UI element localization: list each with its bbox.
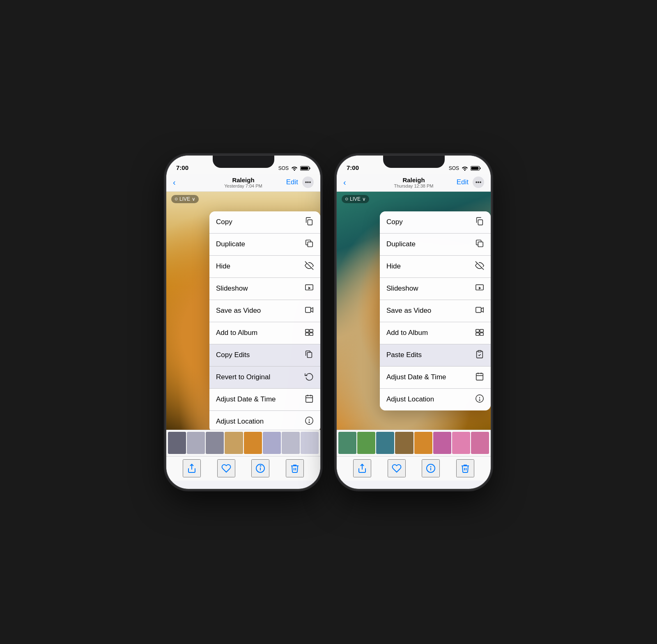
wifi-icon-right bbox=[462, 166, 468, 171]
thumb-8-left[interactable] bbox=[301, 432, 319, 454]
menu-item-copy-left[interactable]: Copy bbox=[209, 211, 320, 234]
live-icon-left: ⊙ bbox=[175, 197, 178, 201]
nav-title-right: Raleigh bbox=[394, 176, 434, 183]
menu-label-revert-left: Revert to Original bbox=[216, 373, 270, 381]
revert-icon-left bbox=[305, 372, 314, 383]
menu-item-location-left[interactable]: Adjust Location bbox=[209, 411, 320, 430]
menu-item-hide-left[interactable]: Hide bbox=[209, 256, 320, 278]
svg-rect-31 bbox=[478, 242, 483, 247]
nav-subtitle-right: Thursday 12:38 PM bbox=[394, 183, 434, 188]
thumb-2-right[interactable] bbox=[357, 432, 375, 454]
svg-rect-29 bbox=[478, 220, 482, 225]
copyedits-icon-left bbox=[305, 350, 314, 361]
menu-item-location-right[interactable]: Adjust Location bbox=[380, 389, 491, 410]
photo-container-left: ⊙ LIVE ∨ Copy bbox=[166, 192, 320, 430]
copy-icon-left bbox=[305, 217, 314, 228]
live-badge-left[interactable]: ⊙ LIVE ∨ bbox=[171, 195, 199, 203]
svg-rect-12 bbox=[310, 329, 313, 332]
phone-left: 7:00 SOS ‹ bbox=[166, 156, 320, 489]
thumb-7-right[interactable] bbox=[452, 432, 470, 454]
svg-marker-10 bbox=[311, 307, 313, 312]
thumb-4-left[interactable] bbox=[225, 432, 243, 454]
thumb-1-left[interactable] bbox=[168, 432, 186, 454]
thumb-1-right[interactable] bbox=[338, 432, 356, 454]
svg-rect-28 bbox=[471, 167, 479, 170]
menu-label-duplicate-right: Duplicate bbox=[386, 240, 416, 248]
menu-item-hide-right[interactable]: Hide bbox=[380, 256, 491, 278]
svg-rect-15 bbox=[307, 352, 312, 358]
nav-title-left: Raleigh bbox=[224, 176, 262, 183]
svg-marker-34 bbox=[479, 286, 481, 289]
menu-item-duplicate-right[interactable]: Duplicate bbox=[380, 234, 491, 256]
svg-rect-9 bbox=[306, 307, 311, 312]
thumb-5-right[interactable] bbox=[414, 432, 432, 454]
live-chevron-right: ∨ bbox=[362, 196, 366, 202]
share-button-right[interactable] bbox=[353, 459, 371, 477]
phone-right: 7:00 SOS ‹ bbox=[337, 156, 491, 489]
menu-item-datetime-right[interactable]: Adjust Date & Time bbox=[380, 367, 491, 389]
menu-item-savevideo-right[interactable]: Save as Video bbox=[380, 300, 491, 322]
live-badge-right[interactable]: ⊙ LIVE ∨ bbox=[342, 195, 369, 203]
thumb-2-left[interactable] bbox=[187, 432, 205, 454]
menu-label-datetime-right: Adjust Date & Time bbox=[386, 373, 446, 381]
back-chevron-right: ‹ bbox=[343, 178, 346, 186]
menu-item-slideshow-right[interactable]: Slideshow bbox=[380, 278, 491, 300]
menu-item-duplicate-left[interactable]: Duplicate bbox=[209, 234, 320, 256]
nav-right-left: Edit ••• bbox=[286, 176, 314, 188]
battery-icon-left bbox=[300, 166, 310, 171]
back-button-left[interactable]: ‹ bbox=[173, 178, 176, 186]
menu-label-location-right: Adjust Location bbox=[386, 395, 434, 403]
menu-item-album-left[interactable]: Add to Album bbox=[209, 322, 320, 344]
phones-container: 7:00 SOS ‹ bbox=[166, 156, 491, 489]
thumb-6-left[interactable] bbox=[263, 432, 281, 454]
menu-label-datetime-left: Adjust Date & Time bbox=[216, 395, 276, 403]
svg-rect-27 bbox=[480, 167, 481, 169]
info-button-left[interactable] bbox=[251, 459, 269, 477]
edit-button-left[interactable]: Edit bbox=[286, 178, 298, 186]
album-icon-left bbox=[305, 328, 314, 339]
notch-right bbox=[383, 156, 445, 168]
trash-button-left[interactable] bbox=[286, 459, 304, 477]
svg-rect-2 bbox=[301, 167, 308, 170]
svg-rect-3 bbox=[308, 220, 312, 225]
thumb-5-left[interactable] bbox=[244, 432, 262, 454]
share-button-left[interactable] bbox=[183, 459, 201, 477]
more-button-right[interactable]: ••• bbox=[473, 176, 484, 188]
thumb-4-right[interactable] bbox=[395, 432, 413, 454]
menu-item-album-right[interactable]: Add to Album bbox=[380, 322, 491, 344]
trash-button-right[interactable] bbox=[456, 459, 474, 477]
hide-icon-left bbox=[305, 261, 314, 272]
menu-item-revert-left[interactable]: Revert to Original bbox=[209, 367, 320, 389]
menu-item-savevideo-left[interactable]: Save as Video bbox=[209, 300, 320, 322]
info-button-right[interactable] bbox=[422, 459, 440, 477]
thumb-3-left[interactable] bbox=[206, 432, 224, 454]
copy-icon-right bbox=[475, 217, 484, 228]
heart-button-left[interactable] bbox=[217, 459, 235, 477]
more-button-left[interactable]: ••• bbox=[302, 176, 314, 188]
menu-item-datetime-left[interactable]: Adjust Date & Time bbox=[209, 389, 320, 411]
nav-center-left: Raleigh Yesterday 7:04 PM bbox=[224, 176, 262, 188]
menu-item-copyedits-left[interactable]: Copy Edits bbox=[209, 344, 320, 367]
svg-rect-11 bbox=[306, 329, 309, 332]
menu-label-album-right: Add to Album bbox=[386, 329, 428, 337]
heart-button-right[interactable] bbox=[388, 459, 406, 477]
menu-label-location-left: Adjust Location bbox=[216, 417, 264, 426]
svg-rect-42 bbox=[476, 373, 483, 380]
thumb-6-right[interactable] bbox=[433, 432, 451, 454]
menu-label-slideshow-left: Slideshow bbox=[216, 284, 248, 293]
menu-item-copy-right[interactable]: Copy bbox=[380, 211, 491, 234]
edit-button-right[interactable]: Edit bbox=[457, 178, 469, 186]
menu-label-duplicate-left: Duplicate bbox=[216, 240, 245, 248]
live-label-right: LIVE bbox=[350, 196, 361, 202]
thumb-8-right[interactable] bbox=[471, 432, 489, 454]
nav-bar-left: ‹ Raleigh Yesterday 7:04 PM Edit ••• bbox=[166, 174, 320, 192]
thumb-7-left[interactable] bbox=[282, 432, 300, 454]
thumb-3-right[interactable] bbox=[376, 432, 394, 454]
screen-right: 7:00 SOS ‹ bbox=[337, 156, 491, 489]
back-button-right[interactable]: ‹ bbox=[343, 178, 346, 186]
savevideo-icon-left bbox=[305, 305, 314, 316]
menu-item-pasteedits-right[interactable]: Paste Edits bbox=[380, 344, 491, 367]
status-time-right: 7:00 bbox=[347, 164, 359, 171]
svg-rect-39 bbox=[476, 332, 479, 335]
menu-item-slideshow-left[interactable]: Slideshow bbox=[209, 278, 320, 300]
